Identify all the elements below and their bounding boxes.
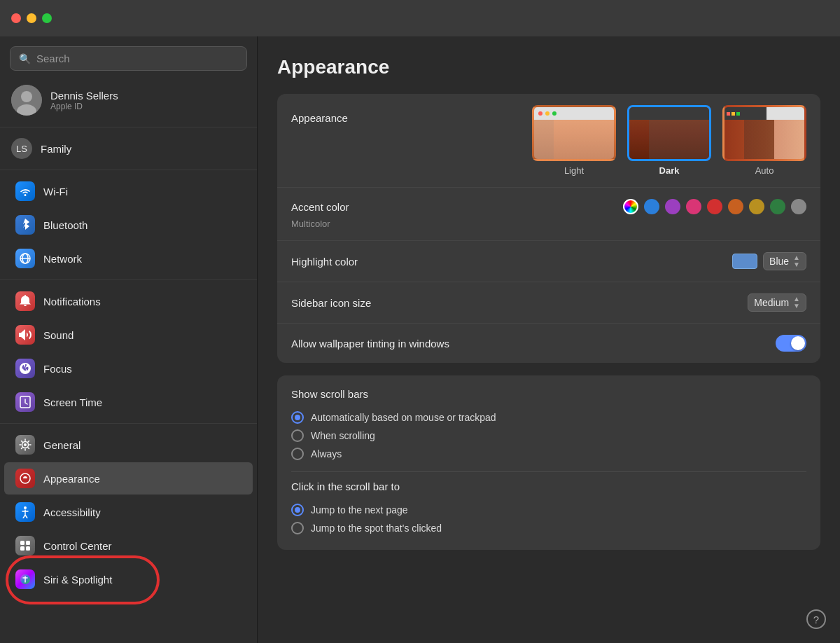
accent-color-label: Accent color (291, 201, 623, 213)
scroll-always-option[interactable]: Always (291, 445, 806, 463)
scroll-when-scrolling-label: When scrolling (311, 430, 375, 441)
accent-multicolor[interactable] (623, 199, 638, 214)
sidebar-item-accessibility[interactable]: Accessibility (4, 496, 253, 528)
wifi-icon (15, 181, 35, 201)
sidebar-item-general[interactable]: General (4, 429, 253, 461)
highlight-color-swatch[interactable] (732, 254, 757, 269)
sidebar-item-focus[interactable]: Focus (4, 352, 253, 385)
sidebar-item-screentime[interactable]: Screen Time (4, 386, 253, 418)
light-label: Light (564, 165, 584, 176)
scroll-when-scrolling-option[interactable]: When scrolling (291, 427, 806, 445)
highlight-color-stepper[interactable]: Blue ▲ ▼ (763, 252, 806, 270)
sidebar-item-label: Bluetooth (43, 219, 88, 231)
dark-thumbnail[interactable] (627, 105, 711, 161)
general-icon (15, 435, 35, 455)
accent-yellow[interactable] (749, 199, 764, 214)
minimize-button[interactable] (27, 13, 36, 23)
maximize-button[interactable] (42, 13, 52, 23)
search-input[interactable] (36, 53, 238, 64)
appearance-option-light[interactable]: Light (532, 105, 616, 176)
divider (0, 127, 257, 127)
sidebar-item-network[interactable]: Network (4, 242, 253, 275)
highlight-color-row: Highlight color Blue ▲ ▼ (277, 241, 820, 282)
click-spot-label: Jump to the spot that's clicked (311, 523, 442, 534)
accent-purple[interactable] (665, 199, 680, 214)
wallpaper-tinting-toggle[interactable] (776, 335, 806, 352)
sidebar-item-label: Wi-Fi (43, 186, 68, 198)
help-button[interactable]: ? (806, 609, 826, 629)
light-thumbnail[interactable] (532, 105, 616, 161)
page-title: Appearance (277, 56, 820, 78)
wallpaper-tinting-row: Allow wallpaper tinting in windows (277, 324, 820, 363)
sidebar-item-bluetooth[interactable]: Bluetooth (4, 209, 253, 241)
avatar (11, 85, 42, 116)
sidebar-item-notifications[interactable]: Notifications (4, 285, 253, 317)
click-scroll-bar-title: Click in the scroll bar to (291, 480, 806, 492)
click-spot-radio[interactable] (291, 522, 304, 534)
titlebar (0, 0, 840, 36)
sidebar-item-wifi[interactable]: Wi-Fi (4, 175, 253, 207)
sidebar-item-label: Notifications (43, 296, 101, 307)
sidebar-item-sound[interactable]: Sound (4, 319, 253, 351)
siri-icon (15, 569, 35, 589)
show-scroll-bars-title: Show scroll bars (291, 388, 806, 400)
wallpaper-tinting-label: Allow wallpaper tinting in windows (291, 338, 776, 350)
scroll-bars-section: Show scroll bars Automatically based on … (277, 375, 820, 550)
auto-label: Auto (755, 165, 774, 176)
sidebar-item-siri[interactable]: Siri & Spotlight (4, 563, 253, 595)
accent-blue[interactable] (644, 199, 659, 214)
controlcenter-icon (15, 536, 35, 555)
profile-subtitle: Apple ID (50, 102, 118, 111)
appearance-options: Light (532, 105, 806, 176)
accent-graphite[interactable] (791, 199, 806, 214)
click-spot-option[interactable]: Jump to the spot that's clicked (291, 519, 806, 537)
sidebar-item-label: Appearance (43, 473, 100, 485)
notifications-icon (15, 291, 35, 311)
divider (0, 170, 257, 170)
accent-colors (623, 199, 806, 214)
sidebar-item-label: Accessibility (43, 506, 101, 518)
auto-thumbnail[interactable] (722, 105, 806, 161)
sidebar-item-label: General (43, 439, 80, 451)
accent-pink[interactable] (686, 199, 701, 214)
svg-rect-13 (20, 546, 24, 551)
search-box[interactable]: 🔍 (10, 46, 247, 71)
screentime-icon (15, 392, 35, 412)
scroll-always-label: Always (311, 448, 342, 459)
accessibility-icon (15, 502, 35, 522)
sidebar-icon-size-label: Sidebar icon size (291, 297, 748, 309)
main-layout: 🔍 Dennis Sellers Apple ID LS Fa (0, 36, 840, 643)
scroll-when-scrolling-radio[interactable] (291, 429, 304, 442)
sidebar-item-controlcenter[interactable]: Control Center (4, 530, 253, 562)
sidebar-item-label: Screen Time (43, 396, 102, 408)
scroll-auto-radio[interactable] (291, 411, 304, 424)
accent-red[interactable] (707, 199, 722, 214)
divider (0, 279, 257, 280)
click-next-page-option[interactable]: Jump to the next page (291, 501, 806, 519)
sidebar-item-label: Network (43, 253, 82, 265)
svg-rect-11 (20, 541, 24, 545)
scroll-auto-label: Automatically based on mouse or trackpad (311, 412, 496, 423)
appearance-section-card: Appearance (277, 94, 820, 363)
appearance-label: Appearance (291, 105, 532, 124)
close-button[interactable] (11, 13, 21, 23)
sidebar-icon-size-stepper[interactable]: Medium ▲ ▼ (748, 293, 806, 312)
accent-orange[interactable] (728, 199, 743, 214)
scroll-always-radio[interactable] (291, 448, 304, 460)
sidebar-item-label: Focus (43, 363, 72, 375)
appearance-option-auto[interactable]: Auto (722, 105, 806, 176)
scroll-auto-option[interactable]: Automatically based on mouse or trackpad (291, 408, 806, 427)
appearance-option-dark[interactable]: Dark (627, 105, 711, 176)
sidebar-item-family[interactable]: LS Family (0, 132, 257, 165)
click-next-page-radio[interactable] (291, 504, 304, 516)
accent-selected-label: Multicolor (291, 219, 806, 229)
profile-item[interactable]: Dennis Sellers Apple ID (0, 78, 257, 123)
stepper-arrows: ▲ ▼ (793, 254, 800, 268)
sidebar-item-appearance[interactable]: Appearance (4, 462, 253, 495)
bluetooth-icon (15, 215, 35, 235)
click-next-page-label: Jump to the next page (311, 504, 408, 516)
stepper-arrows: ▲ ▼ (793, 296, 800, 310)
svg-point-1 (21, 91, 32, 102)
search-icon: 🔍 (19, 53, 31, 64)
accent-green[interactable] (770, 199, 785, 214)
